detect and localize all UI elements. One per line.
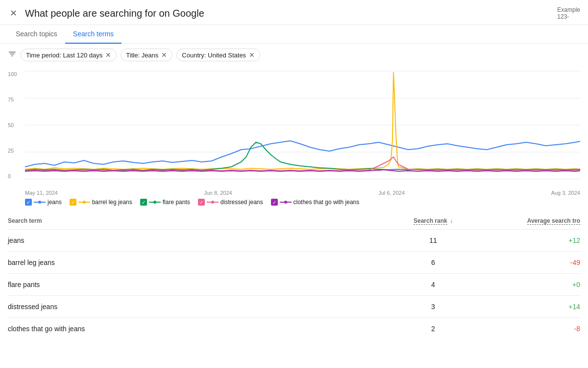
legend-check-distressed[interactable]: ✓ bbox=[198, 199, 205, 206]
legend-check-jeans[interactable]: ✓ bbox=[25, 199, 32, 206]
chart-container: 100 75 50 25 0 bbox=[8, 71, 580, 189]
table-row: jeans 11 +12 bbox=[8, 230, 580, 252]
line-barrel-leg-jeans bbox=[25, 72, 580, 169]
table-row: clothes that go with jeans 2 -8 bbox=[8, 318, 580, 340]
remove-filter-time-period[interactable]: ✕ bbox=[105, 51, 111, 59]
close-button[interactable]: ✕ bbox=[8, 6, 19, 21]
filter-chip-time-period[interactable]: Time period: Last 120 days ✕ bbox=[21, 49, 117, 61]
svg-point-10 bbox=[153, 201, 156, 204]
table-section: Search term Search rank ↓ Average search… bbox=[0, 212, 588, 340]
sort-icon: ↓ bbox=[450, 217, 453, 224]
page-title: What people are searching for on Google bbox=[25, 8, 204, 19]
tab-search-topics[interactable]: Search topics bbox=[8, 25, 65, 44]
chart-svg-container bbox=[25, 71, 580, 179]
svg-point-8 bbox=[83, 201, 86, 204]
legend-check-flare[interactable]: ✓ bbox=[140, 199, 147, 206]
tab-bar: Search topics Search terms bbox=[0, 25, 588, 44]
legend-distressed-jeans: ✓ distressed jeans bbox=[198, 199, 263, 206]
chart-area: 100 75 50 25 0 bbox=[0, 66, 588, 209]
table-row: barrel leg jeans 6 -49 bbox=[8, 252, 580, 274]
page-header: ✕ What people are searching for on Googl… bbox=[0, 0, 588, 25]
header-left: ✕ What people are searching for on Googl… bbox=[8, 6, 204, 21]
legend-check-barrel[interactable]: ✓ bbox=[70, 199, 76, 206]
filter-bar: Time period: Last 120 days ✕ Title: Jean… bbox=[0, 44, 588, 66]
svg-point-12 bbox=[211, 201, 214, 204]
legend-clothes-with-jeans: ✓ clothes that go with jeans bbox=[271, 199, 360, 206]
table-header: Search term Search rank ↓ Average search… bbox=[8, 212, 580, 230]
legend-jeans: ✓ jeans bbox=[25, 199, 62, 206]
x-axis: May 11, 2024 Jun 8, 2024 Jul 6, 2024 Aug… bbox=[8, 190, 580, 196]
svg-point-14 bbox=[284, 201, 287, 204]
chart-legend: ✓ jeans ✓ barrel leg jeans ✓ flare pants… bbox=[8, 196, 580, 206]
y-axis: 100 75 50 25 0 bbox=[8, 71, 23, 179]
filter-chip-title[interactable]: Title: Jeans ✕ bbox=[121, 49, 172, 61]
legend-check-clothes[interactable]: ✓ bbox=[271, 199, 278, 206]
header-trend[interactable]: Average search tro bbox=[482, 217, 580, 224]
line-flare-pants bbox=[25, 142, 580, 170]
remove-filter-title[interactable]: ✕ bbox=[161, 51, 167, 59]
tab-search-terms[interactable]: Search terms bbox=[65, 25, 122, 44]
legend-barrel-leg-jeans: ✓ barrel leg jeans bbox=[70, 199, 132, 206]
filter-icon bbox=[8, 50, 17, 60]
header-rank[interactable]: Search rank ↓ bbox=[384, 217, 482, 224]
header-example: Example 123- bbox=[557, 6, 580, 20]
table-row: distressed jeans 3 +14 bbox=[8, 296, 580, 318]
filter-chip-country[interactable]: Country: United States ✕ bbox=[176, 49, 260, 61]
header-term: Search term bbox=[8, 217, 384, 224]
legend-flare-pants: ✓ flare pants bbox=[140, 199, 190, 206]
table-row: flare pants 4 +0 bbox=[8, 274, 580, 296]
line-jeans bbox=[25, 141, 580, 167]
remove-filter-country[interactable]: ✕ bbox=[249, 51, 255, 59]
svg-point-6 bbox=[38, 201, 41, 204]
